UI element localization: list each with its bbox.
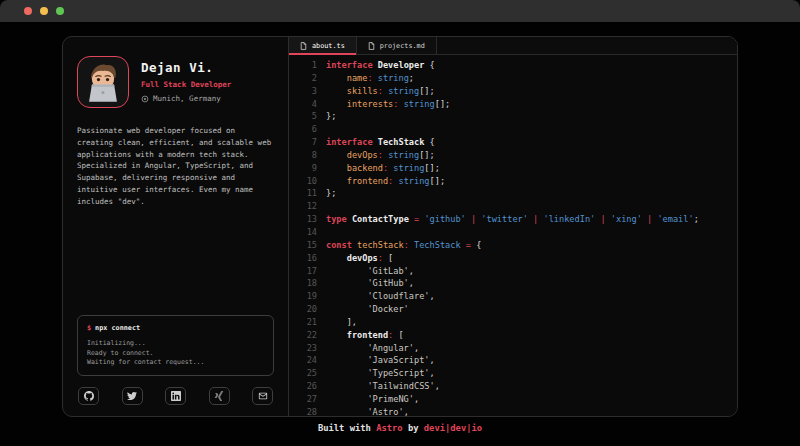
code-line-content: 'Cloudflare', xyxy=(326,290,435,303)
code-line: 3 skills: string[]; xyxy=(297,85,737,98)
profile-location: Munich, Germany xyxy=(141,94,231,103)
code-line-content: devOps: [ xyxy=(326,252,393,265)
line-number: 25 xyxy=(297,367,317,380)
code-line-content: interface TechStack { xyxy=(326,136,435,149)
terminal-command: npx connect xyxy=(95,324,140,332)
line-number: 14 xyxy=(297,226,317,239)
xing-link-button[interactable] xyxy=(209,387,230,405)
avatar-memoji xyxy=(78,57,128,107)
code-line-content: frontend: [ xyxy=(326,329,404,342)
terminal-prompt: $ xyxy=(87,324,91,332)
tab-label: about.ts xyxy=(312,42,345,50)
traffic-light-minimize-button[interactable] xyxy=(40,7,48,15)
terminal-output-line: Initializing... xyxy=(87,339,264,349)
code-line: 28 'Astro', xyxy=(297,406,737,416)
footer-accent-text: Astro xyxy=(376,423,402,433)
terminal-output-line: Waiting for contact request... xyxy=(87,358,264,368)
line-number: 2 xyxy=(297,72,317,85)
editor-tab-bar: about.tsprojects.md xyxy=(289,37,737,55)
social-links-row xyxy=(77,387,274,405)
profile-name: Dejan Vi. xyxy=(141,60,231,75)
email-link-button[interactable] xyxy=(252,387,273,405)
github-icon xyxy=(84,391,94,401)
profile-panel: Dejan Vi. Full Stack Developer Munich, G… xyxy=(63,37,289,416)
code-line: 19 'Cloudflare', xyxy=(297,290,737,303)
portfolio-card: Dejan Vi. Full Stack Developer Munich, G… xyxy=(62,36,738,417)
location-text: Munich, Germany xyxy=(153,94,221,103)
code-line: 27 'PrimeNG', xyxy=(297,393,737,406)
spacer xyxy=(77,207,274,315)
code-line: 24 'JavaScript', xyxy=(297,354,737,367)
traffic-light-close-button[interactable] xyxy=(24,7,32,15)
line-number: 19 xyxy=(297,290,317,303)
linkedin-icon xyxy=(171,391,181,401)
code-line-content: }; xyxy=(326,187,336,200)
footer-text: by xyxy=(403,423,424,433)
code-line: 23 'Angular', xyxy=(297,342,737,355)
code-line-content: frontend: string[]; xyxy=(326,175,445,188)
code-line: 26 'TailwindCSS', xyxy=(297,380,737,393)
code-line: 9 backend: string[]; xyxy=(297,162,737,175)
code-line-content: 'Docker' xyxy=(326,303,409,316)
code-line-content: }; xyxy=(326,110,336,123)
email-icon xyxy=(258,391,268,401)
linkedin-link-button[interactable] xyxy=(165,387,186,405)
code-line: 25 'TypeScript', xyxy=(297,367,737,380)
xing-icon xyxy=(214,391,224,401)
code-line: 5}; xyxy=(297,110,737,123)
line-number: 4 xyxy=(297,98,317,111)
tab-about-ts[interactable]: about.ts xyxy=(289,37,357,54)
code-line: 17 'GitLab', xyxy=(297,265,737,278)
code-line: 1interface Developer { xyxy=(297,59,737,72)
line-number: 21 xyxy=(297,316,317,329)
line-number: 9 xyxy=(297,162,317,175)
code-line: 11}; xyxy=(297,187,737,200)
line-number: 1 xyxy=(297,59,317,72)
code-line: 16 devOps: [ xyxy=(297,252,737,265)
line-number: 15 xyxy=(297,239,317,252)
github-link-button[interactable] xyxy=(78,387,99,405)
line-number: 23 xyxy=(297,342,317,355)
line-number: 3 xyxy=(297,85,317,98)
code-line: 12 xyxy=(297,200,737,213)
line-number: 28 xyxy=(297,406,317,416)
code-area[interactable]: 1interface Developer {2 name: string;3 s… xyxy=(289,55,737,416)
terminal-box: $npx connect Initializing...Ready to con… xyxy=(77,315,274,376)
code-line: 2 name: string; xyxy=(297,72,737,85)
profile-role: Full Stack Developer xyxy=(141,80,231,89)
code-line-content: 'TypeScript', xyxy=(326,367,435,380)
code-line-content: 'TailwindCSS', xyxy=(326,380,440,393)
line-number: 5 xyxy=(297,110,317,123)
terminal-output-line: Ready to connect. xyxy=(87,349,264,359)
line-number: 17 xyxy=(297,265,317,278)
line-number: 12 xyxy=(297,200,317,213)
code-line: 18 'GitHub', xyxy=(297,277,737,290)
terminal-output: Initializing...Ready to connect.Waiting … xyxy=(87,339,264,368)
code-line-content: name: string; xyxy=(326,72,414,85)
twitter-icon xyxy=(127,391,137,401)
code-line-content: devOps: string[]; xyxy=(326,149,435,162)
traffic-light-maximize-button[interactable] xyxy=(56,7,64,15)
code-line-content: backend: string[]; xyxy=(326,162,440,175)
line-number: 26 xyxy=(297,380,317,393)
code-line-content: const techStack: TechStack = { xyxy=(326,239,481,252)
tab-projects-md[interactable]: projects.md xyxy=(357,37,437,54)
profile-header: Dejan Vi. Full Stack Developer Munich, G… xyxy=(77,56,274,108)
code-line-content: 'GitHub', xyxy=(326,277,414,290)
line-number: 8 xyxy=(297,149,317,162)
profile-bio: Passionate web developer focused on crea… xyxy=(77,125,274,207)
code-line-content: skills: string[]; xyxy=(326,85,435,98)
code-line-content: 'Angular', xyxy=(326,342,419,355)
footer-text: Built with xyxy=(318,423,376,433)
line-number: 24 xyxy=(297,354,317,367)
twitter-link-button[interactable] xyxy=(122,387,143,405)
line-number: 13 xyxy=(297,213,317,226)
code-line: 21 ], xyxy=(297,316,737,329)
footer-accent-text: devi|dev|io xyxy=(424,423,482,433)
file-icon xyxy=(300,42,307,50)
window-titlebar xyxy=(0,0,800,22)
code-line: 10 frontend: string[]; xyxy=(297,175,737,188)
code-line-content: type ContactType = 'github' | 'twitter' … xyxy=(326,213,699,226)
code-line-content: 'JavaScript', xyxy=(326,354,435,367)
line-number: 22 xyxy=(297,329,317,342)
